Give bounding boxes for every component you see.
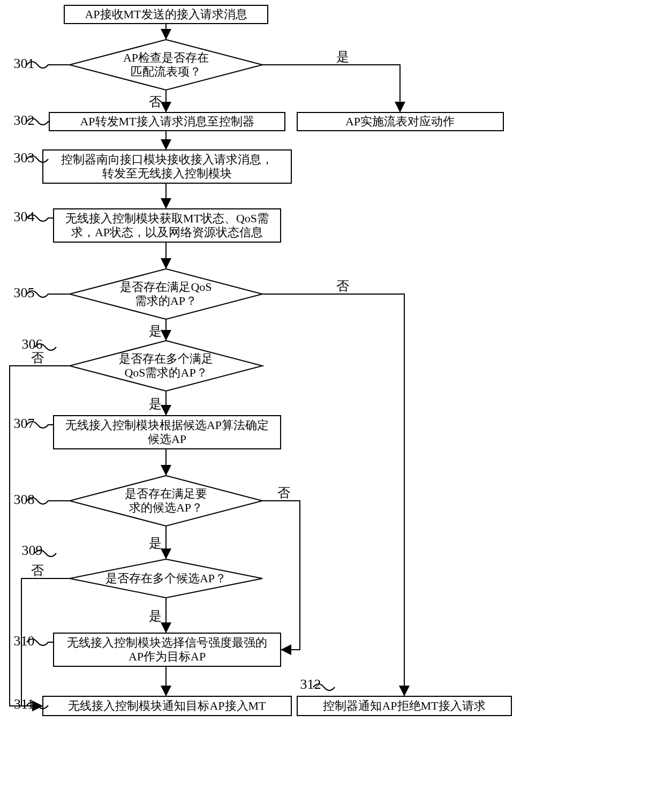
label-307: 307	[14, 416, 54, 431]
svg-text:311: 311	[14, 696, 34, 712]
text-s304-l2: 求，AP状态，以及网络资源状态信息	[71, 225, 263, 239]
flowchart: AP接收MT发送的接入请求消息 AP检查是否存在 匹配流表项？ AP转发MT接入…	[0, 0, 664, 812]
edge-301-yes	[262, 65, 400, 112]
text-s305-l2: 需求的AP？	[135, 294, 197, 307]
text-s303-l2: 转发至无线接入控制模块	[102, 167, 232, 180]
text-s308-l1: 是否存在满足要	[125, 487, 207, 500]
label-309: 309	[22, 543, 57, 558]
label-301: 301	[14, 56, 70, 71]
svg-text:301: 301	[14, 56, 35, 71]
label-302: 302	[14, 112, 50, 128]
text-s304-l1: 无线接入控制模块获取MT状态、QoS需	[65, 212, 269, 225]
text-s302: AP转发MT接入请求消息至控制器	[80, 115, 254, 128]
edge-301-yes-label: 是	[336, 50, 349, 64]
text-s310-l1: 无线接入控制模块选择信号强度最强的	[67, 636, 267, 649]
text-s307-l1: 无线接入控制模块根据候选AP算法确定	[65, 418, 269, 432]
edge-309-yes-label: 是	[149, 609, 162, 623]
text-s300: AP接收MT发送的接入请求消息	[85, 7, 247, 21]
svg-text:305: 305	[14, 285, 35, 300]
edge-305-no-label: 否	[336, 279, 349, 293]
edge-301-no-label: 否	[149, 95, 162, 109]
label-312: 312	[300, 676, 335, 692]
svg-text:307: 307	[14, 416, 35, 431]
text-s305-l1: 是否存在满足QoS	[120, 280, 212, 294]
text-s312: 控制器通知AP拒绝MT接入请求	[323, 699, 485, 712]
label-310: 310	[14, 633, 54, 649]
text-s306-l1: 是否存在多个满足	[119, 352, 213, 365]
text-s301-l2: 匹配流表项？	[131, 65, 201, 78]
text-s303-l1: 控制器南向接口模块接收接入请求消息，	[61, 153, 273, 166]
label-308: 308	[14, 492, 70, 507]
label-306: 306	[22, 336, 57, 352]
text-s302b: AP实施流表对应动作	[345, 115, 455, 128]
label-305: 305	[14, 285, 70, 300]
text-s306-l2: QoS需求的AP？	[124, 366, 207, 379]
text-s307-l2: 候选AP	[148, 432, 186, 446]
text-s311: 无线接入控制模块通知目标AP接入MT	[68, 699, 266, 712]
svg-text:308: 308	[14, 492, 35, 507]
label-304: 304	[14, 209, 54, 224]
text-s308-l2: 求的候选AP？	[129, 501, 203, 514]
svg-text:302: 302	[14, 112, 35, 128]
text-s301-l1: AP检查是否存在	[123, 51, 209, 64]
text-s309: 是否存在多个候选AP？	[105, 572, 227, 585]
edge-308-no-label: 否	[277, 486, 290, 500]
svg-text:304: 304	[14, 209, 35, 224]
edge-308-no	[262, 501, 300, 650]
edge-306-no-label: 否	[31, 351, 44, 365]
text-s310-l2: AP作为目标AP	[129, 650, 206, 663]
svg-text:310: 310	[14, 633, 35, 649]
edge-308-yes-label: 是	[149, 536, 162, 550]
svg-text:303: 303	[14, 150, 35, 166]
edge-306-yes-label: 是	[149, 397, 162, 411]
edge-305-yes-label: 是	[149, 324, 162, 338]
edge-309-no-label: 否	[31, 563, 44, 577]
